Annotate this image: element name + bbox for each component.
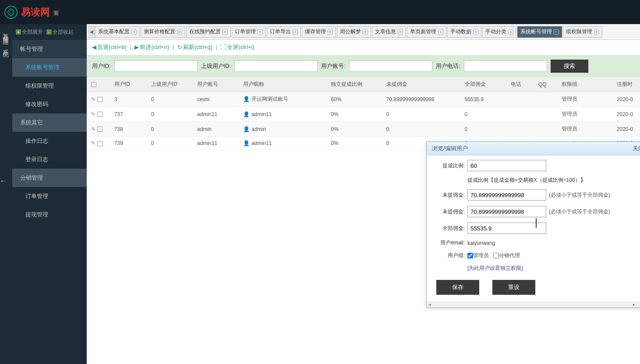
edit-icon[interactable]: ✎: [91, 96, 95, 102]
tab-close-icon[interactable]: ×: [594, 29, 599, 35]
row-checkbox[interactable]: [97, 112, 103, 117]
column-header[interactable]: 权限组: [557, 77, 612, 92]
forward-link[interactable]: 前进(ctrl+n): [140, 44, 169, 50]
tab-close-icon[interactable]: ×: [177, 29, 182, 35]
column-header[interactable]: 用户ID: [110, 77, 147, 92]
column-header[interactable]: QQ: [534, 77, 557, 92]
table-cell: [506, 107, 534, 122]
tab-close-icon[interactable]: ×: [293, 29, 298, 35]
column-header[interactable]: 未提佣金: [382, 77, 460, 92]
column-header[interactable]: 用户昵称: [239, 77, 326, 92]
unpaid-input[interactable]: [467, 189, 546, 201]
table-cell: [534, 92, 557, 107]
ratio-input[interactable]: [467, 160, 546, 171]
reset-button[interactable]: 重设: [492, 280, 535, 295]
save-button[interactable]: 保存: [436, 280, 479, 295]
sidebar-item[interactable]: 操作日志: [12, 132, 87, 150]
unpaid2-input[interactable]: [467, 206, 546, 217]
edit-icon[interactable]: ✎: [91, 111, 95, 117]
tab-close-icon[interactable]: ×: [223, 29, 228, 35]
tab[interactable]: 订单管理×: [232, 26, 266, 38]
scroll-right-icon[interactable]: ▸: [631, 301, 637, 307]
tab[interactable]: 缓存管理×: [302, 26, 336, 38]
table-row[interactable]: ✎7380admin👤admin0%00管理员2020-0: [87, 122, 640, 137]
tab[interactable]: 手动数据×: [447, 26, 481, 38]
sidebar-item[interactable]: 登录日志: [12, 150, 87, 169]
tab[interactable]: 系统基本配置×: [95, 26, 140, 38]
edit-icon[interactable]: ✎: [91, 126, 95, 132]
tab-close-icon[interactable]: ×: [554, 29, 559, 35]
tab-close-icon[interactable]: ×: [328, 29, 333, 35]
total-input[interactable]: [467, 223, 546, 234]
tab-scroll-left-icon[interactable]: ◀: [88, 26, 95, 38]
sidebar-item[interactable]: 组权限管理: [12, 77, 87, 95]
search-button[interactable]: 搜索: [551, 60, 588, 73]
table-row[interactable]: ✎30ceshi👤开运网测试账号60%70.899999999999985553…: [87, 92, 640, 107]
collapse-all-button[interactable]: −全部收起: [46, 28, 74, 36]
tab-label: 测算价格配置: [144, 28, 175, 35]
tab[interactable]: 组权限管理×: [563, 26, 602, 38]
table-cell: admin11: [193, 137, 239, 150]
row-checkbox[interactable]: [97, 97, 103, 102]
table-cell: [506, 92, 534, 107]
column-header[interactable]: 用户账号: [193, 77, 239, 92]
group-agent-checkbox[interactable]: [493, 253, 499, 258]
plus-icon: +: [16, 29, 21, 35]
modal-scrollbar-horizontal[interactable]: ◂ ▸: [427, 301, 640, 307]
expand-all-button[interactable]: +全部展开: [16, 28, 43, 36]
refresh-icon: ↻: [177, 44, 182, 50]
row-checkbox[interactable]: [97, 127, 103, 132]
modal-header[interactable]: 浏览/编辑用户 关闭: [427, 142, 640, 155]
phone-input[interactable]: [464, 60, 547, 72]
column-header[interactable]: 上级用户ID: [147, 77, 193, 92]
tab[interactable]: 测算价格配置×: [141, 26, 185, 38]
tab-close-icon[interactable]: ×: [438, 29, 443, 35]
email-label: 用户email:: [432, 239, 465, 247]
users-table: 用户ID上级用户ID用户账号用户昵称独立提成比例未提佣金全部佣金电话QQ权限组注…: [87, 77, 640, 150]
group-admin-checkbox[interactable]: [467, 253, 473, 258]
column-header[interactable]: 注册时: [612, 77, 640, 92]
column-header[interactable]: 独立提成比例: [326, 77, 382, 92]
sidebar-item[interactable]: 系统其它: [12, 113, 87, 132]
edit-icon[interactable]: ✎: [91, 140, 95, 146]
tab[interactable]: 订单导出×: [267, 26, 301, 38]
tab-close-icon[interactable]: ×: [508, 29, 513, 35]
tab-close-icon[interactable]: ×: [131, 29, 137, 35]
row-checkbox[interactable]: [97, 141, 103, 146]
sidebar-item[interactable]: 系统帐号管理: [12, 58, 87, 77]
tab-label: 系统帐号管理: [520, 28, 552, 35]
tab-close-icon[interactable]: ×: [258, 29, 263, 35]
tab[interactable]: 手动分类×: [482, 26, 516, 38]
tab-close-icon[interactable]: ×: [473, 29, 478, 35]
tab[interactable]: 系统帐号管理×: [517, 26, 562, 38]
modal-close-button[interactable]: 关闭: [633, 145, 640, 152]
perm-link[interactable]: [为此用户设置独立权限]: [467, 265, 640, 272]
column-header[interactable]: [87, 77, 110, 92]
user-id-input[interactable]: [114, 60, 198, 72]
sidebar-collapse-icon[interactable]: ←: [0, 177, 6, 184]
refresh-link[interactable]: 刷新(ctrl+q): [183, 44, 212, 50]
tab[interactable]: 单页面管理×: [407, 26, 446, 38]
select-all-checkbox[interactable]: [91, 82, 96, 87]
tab-close-icon[interactable]: ×: [398, 29, 403, 35]
back-link[interactable]: 后退(ctrl+b): [97, 44, 127, 50]
user-icon: 👤: [243, 140, 250, 146]
account-input[interactable]: [349, 60, 432, 72]
sidebar-item[interactable]: 帐号管理: [12, 40, 87, 58]
sidebar-item[interactable]: 修改密码: [12, 95, 87, 113]
breadcrumb-toolbar: ◀后退(ctrl+b) | ▶前进(ctrl+n) | ↻刷新(ctrl+q) …: [87, 40, 640, 55]
sidebar-item[interactable]: 分销管理: [12, 169, 87, 187]
tab[interactable]: 在线预约配置×: [186, 26, 231, 38]
tab-close-icon[interactable]: ×: [363, 29, 368, 35]
tab[interactable]: 文章信息×: [372, 26, 406, 38]
table-row[interactable]: ✎7370admin11👤admin110%00管理员2020-0: [87, 107, 640, 122]
parent-id-input[interactable]: [234, 60, 318, 72]
sidebar-item[interactable]: 提现管理: [12, 205, 87, 224]
scroll-left-icon[interactable]: ◂: [427, 301, 433, 307]
column-header[interactable]: 全部佣金: [460, 77, 506, 92]
sidebar-item[interactable]: 订单管理: [12, 187, 87, 205]
column-header[interactable]: 电话: [506, 77, 534, 92]
unpaid2-hint: (必须小于或等于全部佣金): [549, 208, 610, 216]
fullscreen-link[interactable]: 全屏(ctrl+i): [227, 44, 254, 50]
tab[interactable]: 周公解梦×: [337, 26, 371, 38]
